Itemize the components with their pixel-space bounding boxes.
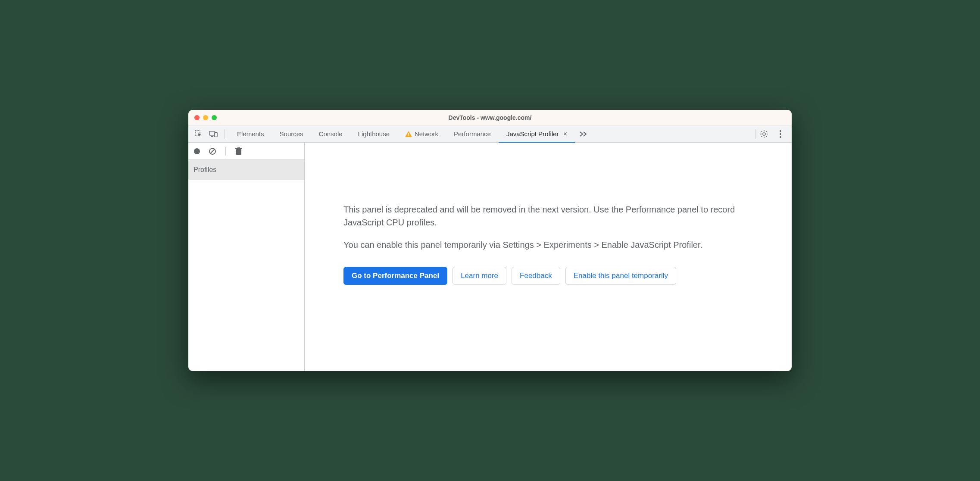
tab-label: Network bbox=[415, 130, 438, 137]
more-options-icon[interactable] bbox=[776, 130, 785, 138]
maximize-window-button[interactable] bbox=[212, 115, 217, 120]
svg-rect-1 bbox=[209, 131, 215, 135]
toolbar-divider bbox=[225, 129, 225, 139]
sidebar-toolbar bbox=[188, 143, 304, 160]
toolbar-divider bbox=[755, 129, 755, 139]
tab-lighthouse[interactable]: Lighthouse bbox=[350, 125, 397, 142]
tab-label: JavaScript Profiler bbox=[506, 130, 559, 137]
tab-label: Console bbox=[319, 130, 343, 137]
tab-console[interactable]: Console bbox=[311, 125, 350, 142]
toolbar-left-icons bbox=[192, 130, 220, 138]
close-window-button[interactable] bbox=[194, 115, 200, 120]
tab-elements[interactable]: Elements bbox=[229, 125, 272, 142]
tab-label: Elements bbox=[237, 130, 264, 137]
sidebar-divider bbox=[225, 147, 226, 156]
action-buttons: Go to Performance Panel Learn more Feedb… bbox=[343, 267, 753, 285]
svg-rect-15 bbox=[237, 147, 240, 148]
sidebar: Profiles bbox=[188, 143, 305, 371]
svg-rect-13 bbox=[236, 149, 241, 155]
toolbar-right-icons bbox=[760, 130, 788, 138]
close-tab-icon[interactable]: × bbox=[563, 130, 567, 138]
main-panel: This panel is deprecated and will be rem… bbox=[305, 143, 792, 371]
svg-rect-5 bbox=[408, 135, 409, 136]
svg-point-8 bbox=[780, 133, 781, 135]
profiles-label: Profiles bbox=[194, 166, 216, 173]
enable-temporarily-button[interactable]: Enable this panel temporarily bbox=[565, 267, 676, 285]
more-tabs-button[interactable] bbox=[575, 125, 592, 142]
minimize-window-button[interactable] bbox=[203, 115, 208, 120]
learn-more-button[interactable]: Learn more bbox=[453, 267, 506, 285]
main-toolbar: Elements Sources Console Lighthouse bbox=[188, 125, 792, 143]
tab-network[interactable]: Network bbox=[397, 125, 446, 142]
tab-label: Sources bbox=[280, 130, 303, 137]
device-toggle-icon[interactable] bbox=[209, 130, 218, 138]
titlebar: DevTools - www.google.com/ bbox=[188, 110, 792, 125]
tab-performance[interactable]: Performance bbox=[446, 125, 499, 142]
feedback-button[interactable]: Feedback bbox=[512, 267, 560, 285]
content-area: Profiles This panel is deprecated and wi… bbox=[188, 143, 792, 371]
svg-point-7 bbox=[780, 130, 781, 132]
tab-label: Lighthouse bbox=[358, 130, 390, 137]
record-icon[interactable] bbox=[193, 147, 201, 156]
go-to-performance-button[interactable]: Go to Performance Panel bbox=[343, 267, 447, 285]
svg-rect-3 bbox=[215, 132, 217, 137]
tab-label: Performance bbox=[454, 130, 491, 137]
tab-javascript-profiler[interactable]: JavaScript Profiler × bbox=[499, 125, 575, 142]
deprecation-message-1: This panel is deprecated and will be rem… bbox=[343, 203, 753, 229]
profiles-section-header[interactable]: Profiles bbox=[188, 160, 304, 180]
svg-rect-4 bbox=[408, 133, 409, 135]
window-title: DevTools - www.google.com/ bbox=[188, 114, 792, 121]
svg-point-6 bbox=[763, 133, 765, 135]
tab-strip: Elements Sources Console Lighthouse bbox=[229, 125, 751, 142]
svg-line-12 bbox=[210, 149, 215, 153]
inspect-element-icon[interactable] bbox=[194, 130, 203, 138]
delete-icon[interactable] bbox=[234, 147, 243, 156]
deprecation-message-2: You can enable this panel temporarily vi… bbox=[343, 238, 753, 251]
settings-gear-icon[interactable] bbox=[760, 130, 768, 138]
svg-point-9 bbox=[780, 136, 781, 138]
svg-point-10 bbox=[194, 148, 200, 154]
clear-icon[interactable] bbox=[208, 147, 217, 156]
warning-icon bbox=[405, 131, 412, 137]
tab-sources[interactable]: Sources bbox=[272, 125, 311, 142]
traffic-lights bbox=[188, 115, 217, 120]
devtools-window: DevTools - www.google.com/ Elements bbox=[188, 110, 792, 371]
